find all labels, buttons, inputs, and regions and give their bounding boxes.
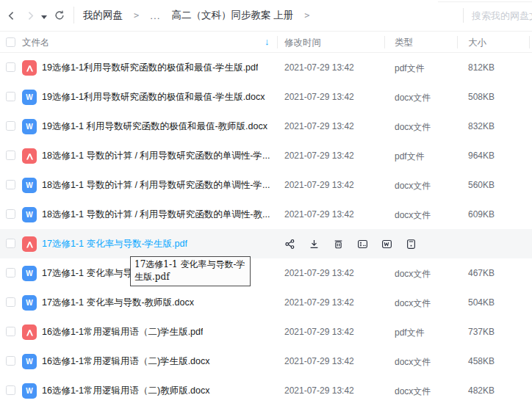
- file-size: 832KB: [468, 121, 495, 131]
- history-dropdown-icon[interactable]: [40, 10, 48, 21]
- pdf-file-icon: [22, 60, 37, 76]
- refresh-icon[interactable]: [53, 9, 66, 22]
- file-name[interactable]: 18选修1-1 导数的计算 / 利用导数研究函数的单调性-学...: [42, 179, 270, 192]
- top-edge-line: [438, 1, 532, 2]
- breadcrumb-separator: >: [304, 10, 309, 21]
- caret-down-icon: [41, 15, 47, 19]
- file-size: 458KB: [468, 356, 495, 366]
- file-name[interactable]: 16选修1-1常用逻辑用语（二)教师版.docx: [42, 385, 210, 397]
- column-header-size[interactable]: 大小: [468, 37, 486, 49]
- column-header-modified[interactable]: 修改时间: [284, 37, 321, 49]
- breadcrumb-item[interactable]: 我的网盘: [83, 9, 123, 22]
- file-size: 482KB: [468, 385, 495, 396]
- file-name[interactable]: 18选修1-1 导数的计算 / 利用导数研究函数的单调性-学...: [42, 150, 270, 162]
- docx-file-icon: W: [22, 178, 37, 193]
- table-row[interactable]: 18选修1-1 导数的计算 / 利用导数研究函数的单调性-学... 2021-0…: [0, 141, 532, 170]
- toolbar: 我的网盘>...高二（文科）同步教案 上册> 搜索我的网盘文件: [0, 0, 532, 31]
- pdf-file-icon: [22, 236, 37, 252]
- file-size: 812KB: [468, 62, 495, 73]
- file-size: 467KB: [468, 268, 495, 278]
- column-divider: [384, 36, 385, 48]
- file-size: 560KB: [468, 180, 495, 190]
- row-checkbox[interactable]: [6, 121, 15, 131]
- breadcrumb-item[interactable]: ...: [150, 10, 160, 21]
- back-icon[interactable]: [4, 9, 18, 22]
- table-row[interactable]: W 17选修1-1 变化率与导数-学生版.docx 2021-07-29 13:…: [0, 258, 532, 288]
- file-name[interactable]: 19选修1-1 利用导数研究函数的极值和最值-教师版.docx: [42, 120, 267, 133]
- pdf-file-icon: [22, 325, 37, 340]
- breadcrumb-item[interactable]: 高二（文科）同步教案 上册: [172, 9, 294, 22]
- more-icon[interactable]: [406, 239, 417, 250]
- pdf-file-icon: [22, 148, 37, 164]
- file-size: 964KB: [468, 151, 495, 161]
- file-type: docx文件: [395, 385, 431, 398]
- download-icon[interactable]: [309, 239, 320, 250]
- docx-file-icon: W: [22, 354, 37, 369]
- docx-file-icon: W: [22, 90, 37, 105]
- row-checkbox[interactable]: [6, 297, 15, 307]
- table-row[interactable]: W 17选修1-1 变化率与导数-教师版.docx 2021-07-29 13:…: [0, 288, 532, 317]
- breadcrumb-separator: >: [134, 10, 139, 21]
- row-checkbox[interactable]: [6, 209, 15, 219]
- table-row[interactable]: 19选修1-1利用导数研究函数的极值和最值-学生版.pdf 2021-07-29…: [0, 53, 532, 82]
- column-header-type[interactable]: 类型: [395, 37, 413, 49]
- row-checkbox[interactable]: [6, 239, 15, 248]
- table-row[interactable]: W 18选修1-1 导数的计算 / 利用导数研究函数的单调性-学... 2021…: [0, 170, 532, 200]
- file-modified-time: 2021-07-29 13:42: [284, 356, 354, 366]
- row-checkbox[interactable]: [6, 62, 15, 72]
- file-type: docx文件: [395, 180, 431, 192]
- file-type: docx文件: [395, 121, 431, 134]
- forward-icon[interactable]: [24, 9, 37, 22]
- row-checkbox[interactable]: [6, 92, 15, 101]
- share-icon[interactable]: [284, 239, 295, 250]
- table-row[interactable]: 17选修1-1 变化率与导数-学生版.pdf: [0, 229, 532, 258]
- table-row[interactable]: W 19选修1-1利用导数研究函数的极值和最值-学生版.docx 2021-07…: [0, 82, 532, 112]
- word-edit-icon[interactable]: [381, 239, 392, 250]
- breadcrumb: 我的网盘>...高二（文科）同步教案 上册>: [83, 0, 310, 31]
- row-checkbox[interactable]: [6, 180, 15, 189]
- row-checkbox[interactable]: [6, 327, 15, 336]
- file-modified-time: 2021-07-29 13:42: [284, 151, 354, 161]
- search-input[interactable]: 搜索我的网盘文件: [472, 10, 532, 23]
- toolbar-divider: [73, 7, 74, 23]
- file-name[interactable]: 18选修1-1 导数的计算 / 利用导数研究函数的单调性-教...: [42, 209, 270, 221]
- file-name[interactable]: 19选修1-1利用导数研究函数的极值和最值-学生版.pdf: [42, 62, 258, 74]
- row-checkbox[interactable]: [6, 151, 15, 160]
- file-type: docx文件: [395, 209, 431, 222]
- row-checkbox[interactable]: [6, 356, 15, 366]
- file-size: 737KB: [468, 327, 495, 337]
- table-row[interactable]: W 16选修1-1常用逻辑用语（二)教师版.docx 2021-07-29 13…: [0, 376, 532, 405]
- column-divider: [529, 36, 530, 48]
- file-type: pdf文件: [395, 327, 425, 339]
- file-modified-time: 2021-07-29 13:42: [284, 297, 354, 308]
- file-name[interactable]: 16选修1-1常用逻辑用语（二)学生版.pdf: [42, 326, 203, 338]
- file-list: 19选修1-1利用导数研究函数的极值和最值-学生版.pdf 2021-07-29…: [0, 53, 532, 405]
- docx-file-icon: W: [22, 266, 37, 281]
- column-header-filename[interactable]: 文件名: [22, 37, 50, 49]
- file-name[interactable]: 17选修1-1 变化率与导数-教师版.docx: [42, 297, 194, 309]
- row-checkbox[interactable]: [6, 268, 15, 278]
- table-row[interactable]: W 18选修1-1 导数的计算 / 利用导数研究函数的单调性-教... 2021…: [0, 200, 532, 229]
- sort-desc-icon[interactable]: ↓: [265, 36, 270, 47]
- delete-icon[interactable]: [333, 239, 344, 250]
- table-row[interactable]: 16选修1-1常用逻辑用语（二)学生版.pdf 2021-07-29 13:42…: [0, 317, 532, 347]
- file-type: pdf文件: [395, 151, 425, 163]
- row-checkbox[interactable]: [6, 385, 15, 395]
- file-name[interactable]: 16选修1-1常用逻辑用语（二)学生版.docx: [42, 355, 210, 368]
- docx-file-icon: W: [22, 207, 37, 222]
- rename-icon[interactable]: [357, 239, 368, 250]
- table-row[interactable]: W 19选修1-1 利用导数研究函数的极值和最值-教师版.docx 2021-0…: [0, 112, 532, 141]
- table-header: 文件名 ↓ 修改时间 类型 大小: [0, 31, 532, 53]
- docx-file-icon: W: [22, 295, 37, 311]
- file-type: pdf文件: [395, 62, 425, 75]
- file-modified-time: 2021-07-29 13:42: [284, 180, 354, 190]
- table-row[interactable]: W 16选修1-1常用逻辑用语（二)学生版.docx 2021-07-29 13…: [0, 347, 532, 376]
- file-modified-time: 2021-07-29 13:42: [284, 385, 354, 396]
- filename-tooltip: 17选修1-1 变化率与导数-学生版.pdf: [130, 256, 251, 286]
- file-name[interactable]: 17选修1-1 变化率与导数-学生版.pdf: [42, 238, 187, 250]
- file-type: docx文件: [395, 297, 431, 310]
- select-all-checkbox[interactable]: [6, 37, 15, 47]
- file-name[interactable]: 19选修1-1利用导数研究函数的极值和最值-学生版.docx: [42, 91, 265, 104]
- file-modified-time: 2021-07-29 13:42: [284, 327, 354, 337]
- file-modified-time: 2021-07-29 13:42: [284, 209, 354, 220]
